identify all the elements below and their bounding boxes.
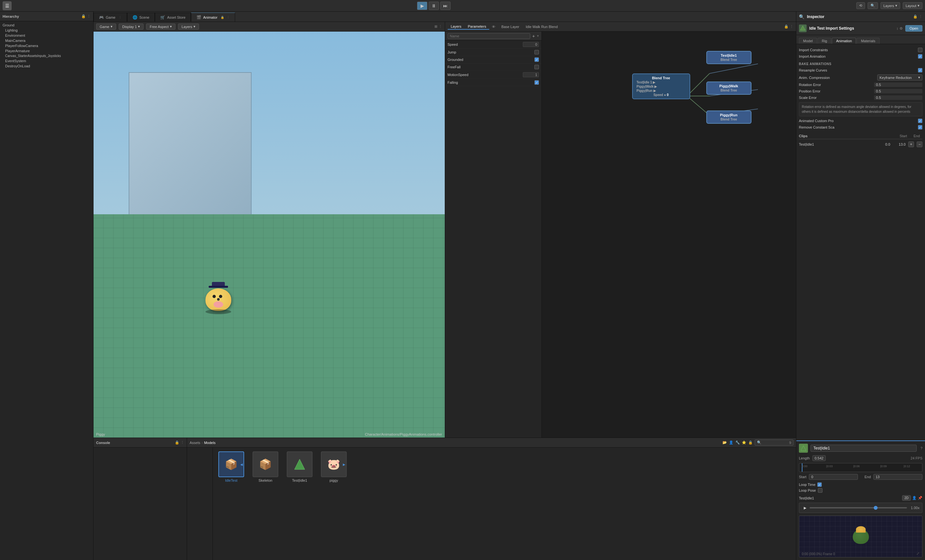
hierarchy-item[interactable]: Lighting [0,28,93,33]
hierarchy-item[interactable]: DestroyOnLoad [0,63,93,69]
param-motionspeed-value[interactable] [523,72,539,77]
parameters-tab[interactable]: Parameters [465,24,490,30]
param-freefall-checkbox[interactable] [535,65,539,69]
pb-slider[interactable] [809,507,907,509]
piggy-walk-node[interactable]: Piggy|Walk Blend Tree [707,81,752,95]
playback-pin-icon[interactable]: 📌 [918,496,922,500]
game-label[interactable]: Game ▾ [96,24,116,30]
loop-time-check[interactable]: ✓ [817,482,822,487]
asset-item-idletest[interactable]: 📦 ◀ IdleTest [217,452,246,482]
assets-icon-btn-1[interactable]: 📂 [722,440,727,444]
tab-materials[interactable]: Materials [857,38,880,44]
tab-animator-lock[interactable]: 🔒 [221,16,224,19]
tab-game-menu[interactable]: ⋮ [119,16,122,19]
inspector-expand-icon[interactable]: ↕ [896,26,899,31]
playback-2d-btn[interactable]: 2D [902,495,911,501]
clip-end-input[interactable] [874,474,922,480]
breadcrumb-root[interactable]: Assets [190,441,200,444]
clip-remove-btn[interactable]: − [917,141,922,147]
assets-icon-btn-3[interactable]: 🔧 [735,440,740,444]
pause-button[interactable]: ⏸ [429,2,439,10]
tab-animation[interactable]: Animation [832,38,856,44]
tab-scene[interactable]: 🌐 Scene [127,13,155,22]
param-grounded-checkbox[interactable]: ✓ [535,57,539,62]
animator-menu-icon[interactable]: ⋮ [790,24,793,29]
asset-arrow-piggy[interactable]: ▶ [343,463,345,466]
hierarchy-menu-icon[interactable]: ⋮ [87,14,90,18]
clip-start-input[interactable] [809,474,858,480]
asset-item-testidle1[interactable]: Test|Idle1 [285,452,314,482]
param-falling-checkbox[interactable]: ✓ [535,80,539,85]
baselayer-tab[interactable]: Base Layer [498,24,523,29]
unity-logo[interactable]: ☰ [3,1,12,10]
import-constraints-check[interactable] [918,48,922,52]
layout-button[interactable]: Layout ▾ [903,2,922,9]
inspector-menu-icon[interactable]: ⋮ [919,15,922,19]
aspect-btn[interactable]: Free Aspect ▾ [146,24,175,30]
layers-tab[interactable]: Layers [447,24,465,30]
position-error-input[interactable] [874,89,922,93]
assets-icon-btn-5[interactable]: 🔒 [748,440,753,444]
next-button[interactable]: ⏭ [440,2,450,10]
hierarchy-item[interactable]: EventSystem [0,58,93,63]
play-button[interactable]: ▶ [417,2,427,10]
test-idle1-node[interactable]: Test|Idle1 Blend Tree [707,51,752,64]
preview-expand-icon[interactable]: ⤢ [916,551,919,556]
assets-tree-item[interactable] [190,449,210,450]
timeline[interactable]: 0:00 |0:03 |0:06 |0:09 |0:12 [799,463,922,472]
layers-button[interactable]: Layers ▾ [880,2,900,9]
piggy-run-node[interactable]: Piggy|Run Blend Tree [707,111,752,124]
resample-curves-check[interactable]: ✓ [918,68,922,72]
asset-item-piggy[interactable]: 🐷 ▶ piggy [319,452,348,482]
inspector-lock-icon[interactable]: 🔒 [913,15,917,19]
game-toolbar-menu[interactable]: ⋮ [438,24,442,29]
open-button[interactable]: Open [905,25,922,32]
tab-animator[interactable]: 🎬 Animator 🔒 ⋮ [191,13,235,22]
clip-name[interactable]: Test|Idle1 [799,143,875,146]
hierarchy-lock-icon[interactable]: 🔒 [81,14,86,18]
remove-constant-check[interactable]: ✓ [918,125,922,129]
param-speed-value[interactable] [523,42,539,47]
clip-add-btn[interactable]: + [908,141,914,147]
hierarchy-item[interactable]: PlayerArmature [0,48,93,54]
params-search-input[interactable] [447,33,530,39]
loop-pose-check[interactable] [818,488,823,492]
display-btn[interactable]: Display 1 ▾ [119,24,143,30]
hierarchy-item[interactable]: MainCamera [0,38,93,43]
tab-asset-store[interactable]: 🛒 Asset Store [155,13,191,22]
anim-compression-dropdown[interactable]: Keyframe Reduction ▾ [877,74,922,81]
hierarchy-item[interactable]: PlayerFollowCamera [0,43,93,48]
param-jump-checkbox[interactable] [535,50,539,54]
animator-lock-icon[interactable]: 🔒 [784,24,789,29]
layers-game-btn[interactable]: Layers ▾ [178,24,199,30]
animated-custom-check[interactable]: ✓ [918,119,922,123]
rotation-error-input[interactable] [874,83,922,87]
blend-tree-node[interactable]: Blend Tree Test|Idle 1 ▶ Piggy|Walk ▶ Pi… [632,74,690,99]
console-lock-icon[interactable]: 🔒 [175,440,179,444]
tab-model[interactable]: Model [799,38,817,44]
hierarchy-item[interactable]: Canvas_StarterAssetsInputs_Joysticks [0,54,93,58]
history-button[interactable]: ⟲ [856,2,865,9]
import-animation-check[interactable]: ✓ [918,54,922,59]
hierarchy-item[interactable]: Environment [0,33,93,38]
assets-icon-btn-2[interactable]: 👤 [729,440,734,444]
idlewalkrun-tab[interactable]: Idle Walk Run Blend [523,24,561,29]
playback-person-icon[interactable]: 👤 [912,496,917,500]
pb-play-btn[interactable]: ▶ [802,504,808,511]
asset-arrow-idletest[interactable]: ◀ [240,463,243,466]
tab-animator-menu[interactable]: ⋮ [227,16,230,19]
scale-error-input[interactable] [874,95,922,100]
clip-name-input[interactable] [811,444,917,452]
console-menu-icon[interactable]: ⋮ [181,440,184,444]
tab-game[interactable]: 🎮 Game ⋮ [93,13,127,22]
search-button[interactable]: 🔍 [868,2,878,9]
breadcrumb-current[interactable]: Models [204,441,215,444]
asset-item-skeleton[interactable]: 📦 Skeleton [251,452,280,482]
hierarchy-item[interactable]: Ground [0,23,93,28]
eye-icon[interactable]: 👁 [492,25,496,29]
clip-question-icon[interactable]: ? [920,446,922,450]
inspector-settings-icon[interactable]: ⚙ [899,26,903,31]
assets-icon-btn-4[interactable]: ⭐ [742,440,746,444]
tab-rig[interactable]: Rig [818,38,832,44]
game-toolbar-maximize[interactable]: ⊞ [434,24,437,29]
